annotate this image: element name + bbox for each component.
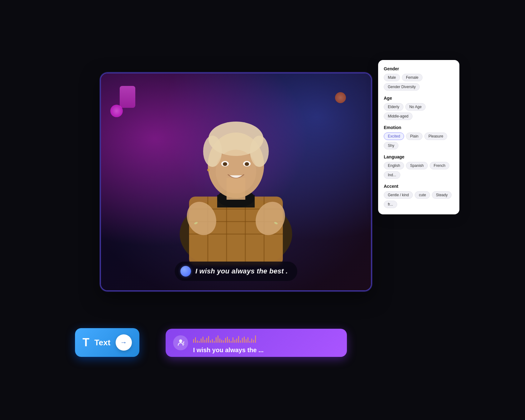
- svg-point-20: [245, 162, 249, 166]
- subtitle-bar: I wish you always the best .: [175, 262, 297, 281]
- tag-gender-diversity[interactable]: Gender Diversity: [384, 83, 420, 91]
- tag-english[interactable]: English: [384, 162, 404, 169]
- tag-cute[interactable]: cute: [415, 191, 430, 199]
- video-card: I wish you always the best .: [100, 72, 372, 291]
- emotion-tags: Excited Plain Pleasure Shy: [384, 132, 454, 149]
- tag-french[interactable]: French: [430, 162, 449, 169]
- audio-text-area: I wish you always the ...: [193, 347, 341, 354]
- tag-pleasure[interactable]: Pleasure: [424, 132, 447, 140]
- bg-light-purple: [120, 86, 135, 108]
- tag-gentle-kind[interactable]: Gentle / kind: [384, 191, 413, 199]
- accent-section: Accent Gentle / kind cute Steady fr...: [384, 184, 454, 208]
- text-input-card[interactable]: T Text →: [75, 328, 139, 357]
- emotion-section: Emotion Excited Plain Pleasure Shy: [384, 125, 454, 149]
- tag-excited[interactable]: Excited: [384, 132, 404, 140]
- subtitle-text: I wish you always the best .: [195, 267, 288, 275]
- arrow-icon: →: [120, 338, 127, 347]
- tag-spanish[interactable]: Spanish: [406, 162, 428, 169]
- tag-steady[interactable]: Steady: [432, 191, 452, 199]
- age-tags: Elderly No Age Middle-aged: [384, 103, 454, 120]
- emotion-title: Emotion: [384, 125, 454, 130]
- text-icon: T: [82, 337, 89, 348]
- filter-panel: Gender Male Female Gender Diversity Age …: [378, 60, 459, 214]
- language-tags: English Spanish French Ind...: [384, 162, 454, 179]
- scene-container: I wish you always the best . Gender Male…: [75, 54, 450, 366]
- age-section: Age Elderly No Age Middle-aged: [384, 96, 454, 120]
- language-section: Language English Spanish French Ind...: [384, 154, 454, 179]
- svg-point-16: [216, 150, 256, 193]
- svg-point-21: [207, 169, 210, 171]
- gender-title: Gender: [384, 66, 454, 71]
- text-label: Text: [94, 338, 111, 348]
- accent-tags: Gentle / kind cute Steady fr...: [384, 191, 454, 208]
- svg-point-19: [223, 162, 227, 166]
- person-figure: [158, 103, 314, 265]
- tag-female[interactable]: Female: [402, 74, 422, 81]
- tag-elderly[interactable]: Elderly: [384, 103, 403, 111]
- tag-middle-aged[interactable]: Middle-aged: [384, 112, 412, 120]
- waveform-area: [166, 329, 347, 343]
- gender-tags: Male Female Gender Diversity: [384, 74, 454, 91]
- tag-fr[interactable]: fr...: [384, 201, 397, 208]
- tag-shy[interactable]: Shy: [384, 142, 398, 149]
- subtitle-dot: [180, 266, 191, 277]
- bg-light-orange: [335, 92, 346, 103]
- gender-section: Gender Male Female Gender Diversity: [384, 66, 454, 91]
- tag-ind[interactable]: Ind...: [384, 171, 400, 179]
- age-title: Age: [384, 96, 454, 101]
- audio-text: I wish you always the ...: [193, 347, 264, 354]
- tag-no-age[interactable]: No Age: [405, 103, 426, 111]
- accent-title: Accent: [384, 184, 454, 189]
- arrow-button[interactable]: →: [116, 334, 132, 351]
- tag-plain[interactable]: Plain: [406, 132, 422, 140]
- bg-light-circle: [110, 105, 123, 117]
- tag-male[interactable]: Male: [384, 74, 400, 81]
- language-title: Language: [384, 154, 454, 159]
- audio-card[interactable]: I wish you always the ...: [166, 329, 347, 357]
